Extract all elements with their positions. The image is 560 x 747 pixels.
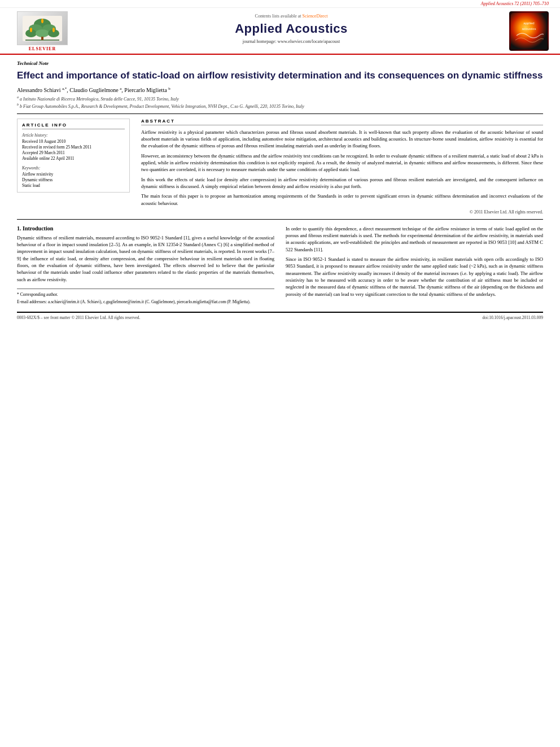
- abstract-para-1: Airflow resistivity is a physical parame…: [141, 129, 543, 150]
- keywords-box: Keywords: Airflow resistivity Dynamic st…: [22, 165, 125, 188]
- abstract-para-3: In this work the effects of static load …: [141, 176, 543, 190]
- section1-left-text: Dynamic stiffness of resilient materials…: [17, 234, 274, 283]
- journal-center: Contents lists available at ScienceDirec…: [73, 11, 509, 46]
- footnote-corresponding: * Corresponding author.: [17, 292, 274, 298]
- svg-point-11: [53, 28, 55, 32]
- svg-point-10: [41, 19, 43, 23]
- abstract-text: Airflow resistivity is a physical parame…: [141, 129, 543, 207]
- accepted-date: Accepted 29 March 2011: [22, 150, 125, 155]
- abstract-heading: ABSTRACT: [141, 119, 543, 125]
- keyword-3: Static load: [22, 183, 125, 188]
- footer-doi: doi:10.1016/j.apacoust.2011.03.009: [483, 315, 543, 320]
- sciencedirect-link[interactable]: ScienceDirect: [303, 14, 328, 19]
- abstract-copyright: © 2011 Elsevier Ltd. All rights reserved…: [141, 209, 543, 215]
- revised-date: Received in revised form 25 March 2011: [22, 145, 125, 150]
- section1-title: 1. Introduction: [17, 225, 274, 231]
- available-date: Available online 22 April 2011: [22, 156, 125, 161]
- body-section: 1. Introduction Dynamic stiffness of res…: [17, 225, 543, 306]
- body-left-column: 1. Introduction Dynamic stiffness of res…: [17, 225, 274, 306]
- received-date: Received 10 August 2010: [22, 139, 125, 144]
- keywords-heading: Keywords:: [22, 165, 125, 171]
- journal-citation: Applied Acoustics 72 (2011) 705–710: [0, 0, 560, 8]
- article-info-heading: ARTICLE INFO: [22, 123, 125, 129]
- journal-homepage: journal homepage: www.elsevier.com/locat…: [243, 39, 340, 44]
- article-info-abstract-section: ARTICLE INFO Article history: Received 1…: [17, 119, 543, 215]
- journal-header: ELSEVIER Contents lists available at Sci…: [0, 8, 560, 55]
- footer-copyright: 0003-682X/$ – see front matter © 2011 El…: [17, 315, 141, 320]
- section1-right-text: In order to quantify this dependence, a …: [286, 225, 543, 298]
- abstract-column: ABSTRACT Airflow resistivity is a physic…: [141, 119, 543, 215]
- history-label: Article history:: [22, 133, 125, 138]
- article-info-column: ARTICLE INFO Article history: Received 1…: [17, 119, 130, 215]
- paper-title: Effect and importance of static-load on …: [17, 69, 543, 82]
- main-content: Technical Note Effect and importance of …: [0, 55, 560, 331]
- body-right-column: In order to quantify this dependence, a …: [286, 225, 543, 306]
- svg-point-9: [30, 28, 32, 32]
- svg-rect-8: [41, 37, 43, 40]
- section1-para-1: Dynamic stiffness of resilient materials…: [17, 234, 274, 283]
- affiliation-b: b b Fiat Group Automobiles S.p.A., Resea…: [17, 103, 543, 109]
- section1-right-para-2: Since in ISO 9052-1 Standard is stated t…: [286, 256, 543, 298]
- abstract-para-4: The main focus of this paper is to propo…: [141, 193, 543, 207]
- citation-text: Applied Acoustics 72 (2011) 705–710: [481, 1, 549, 6]
- elsevier-image: [17, 11, 68, 45]
- authors-line: Alessandro Schiavi a,*, Claudio Guglielm…: [17, 86, 543, 93]
- journal-logo-image: applied acoustics: [509, 11, 549, 51]
- footnote-area: * Corresponding author. E-mail addresses…: [17, 289, 274, 305]
- keyword-1: Airflow resistivity: [22, 172, 125, 177]
- svg-rect-12: [511, 13, 548, 50]
- keyword-2: Dynamic stiffness: [22, 177, 125, 182]
- affiliation-a: a a Istituto Nazionale di Ricerca Metrol…: [17, 95, 543, 102]
- elsevier-logo-area: ELSEVIER: [11, 11, 73, 51]
- svg-point-6: [36, 29, 49, 37]
- svg-text:acoustics: acoustics: [522, 27, 536, 30]
- divider-top: [17, 113, 543, 114]
- contents-line: Contents lists available at ScienceDirec…: [255, 14, 328, 19]
- abstract-para-2: However, an inconsistency between the dy…: [141, 152, 543, 173]
- svg-text:applied: applied: [523, 21, 534, 25]
- divider-bottom: [17, 219, 543, 220]
- article-type: Technical Note: [17, 60, 543, 66]
- elsevier-brand: ELSEVIER: [29, 46, 56, 51]
- article-info-box: ARTICLE INFO Article history: Received 1…: [17, 119, 130, 193]
- section1-right-para-1: In order to quantify this dependence, a …: [286, 225, 543, 253]
- journal-title: Applied Acoustics: [235, 21, 348, 36]
- footnote-email: E-mail addresses: a.schiavi@inrim.it (A.…: [17, 299, 274, 305]
- footer-bar: 0003-682X/$ – see front matter © 2011 El…: [17, 312, 543, 320]
